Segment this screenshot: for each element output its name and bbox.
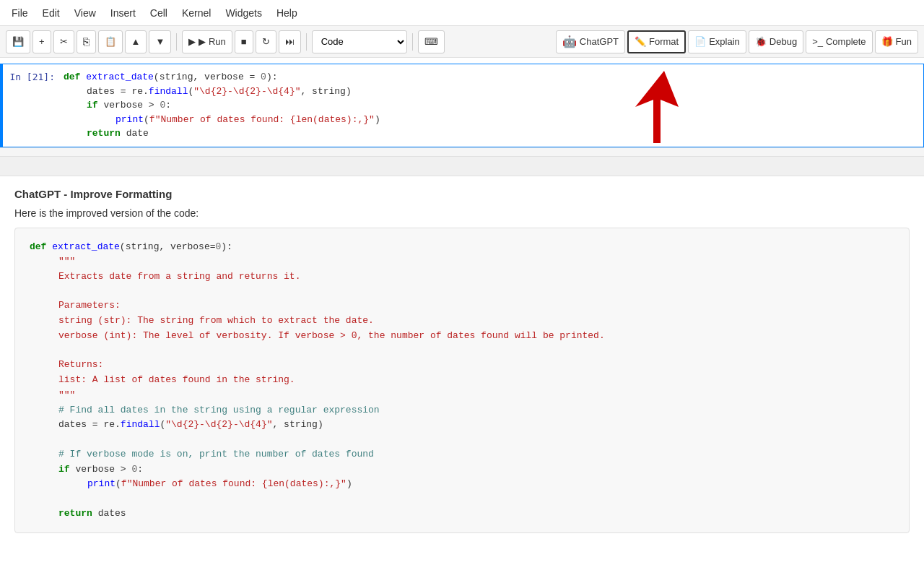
improved-line-12: # If verbose mode is on, print the numbe… [30,447,894,462]
run-icon: ▶ [188,36,196,47]
keyboard-button[interactable]: ⌨ [418,30,445,53]
chatgpt-button[interactable]: 🤖 ChatGPT [556,30,625,53]
chatgpt-label: ChatGPT [580,36,619,47]
explain-icon: 📄 [694,36,706,47]
cell-code[interactable]: def extract_date(string, verbose = 0): d… [61,64,923,147]
debug-icon: 🐞 [755,36,767,47]
copy-icon: ⎘ [83,35,90,48]
chatgpt-section-title: ChatGPT - Improve Formatting [14,188,910,200]
explain-label: Explain [709,36,740,47]
notebook: In [21]: def extract_date(string, verbos… [0,64,924,545]
menu-edit[interactable]: Edit [37,6,66,20]
fast-forward-icon: ⏭ [285,36,295,47]
complete-label: Complete [826,36,866,47]
cut-button[interactable]: ✂ [53,30,74,53]
chatgpt-code-block: def extract_date(string, verbose=0): """… [14,228,910,534]
chatgpt-section-desc: Here is the improved version of the code… [14,207,910,219]
separator-2 [306,33,307,51]
improved-line-5: string (str): The string from which to e… [30,314,894,329]
arrow-up-icon: ▲ [131,36,141,47]
separator-1 [176,33,177,51]
complete-icon: >_ [812,36,823,47]
plus-icon: + [39,36,45,47]
format-label: Format [649,36,679,47]
improved-line-14: print(f"Number of dates found: {len(date… [30,477,894,492]
improved-line-8: list: A list of dates found in the strin… [30,373,894,388]
separator-3 [412,33,413,51]
save-icon: 💾 [12,36,24,47]
improved-line-11: dates = re.findall("\d{2}-\d{2}-\d{4}", … [30,418,894,433]
paste-icon: 📋 [105,36,116,47]
menu-cell[interactable]: Cell [144,6,173,20]
fun-icon: 🎁 [881,36,893,47]
code-cell[interactable]: In [21]: def extract_date(string, verbos… [0,64,924,147]
menu-insert[interactable]: Insert [105,6,141,20]
keyboard-icon: ⌨ [424,36,438,47]
code-line-2: dates = re.findall("\d{2}-\d{2}-\d{4}", … [64,85,920,99]
code-line-5: return date [64,126,920,141]
menu-file[interactable]: File [6,6,34,20]
improved-line-3: Extracts date from a string and returns … [30,269,894,285]
improved-line-10: # Find all dates in the string using a r… [30,403,894,418]
improved-line-blank-2 [30,344,894,358]
run-label: ▶ Run [199,36,225,47]
fun-label: Fun [896,36,912,47]
code-line-1: def extract_date(string, verbose = 0): [64,70,920,85]
run-button[interactable]: ▶ ▶ Run [182,30,232,53]
improved-line-blank-1 [30,285,894,299]
cut-icon: ✂ [60,36,68,47]
improved-line-6: verbose (int): The level of verbosity. I… [30,329,894,344]
cell-scrollbar [0,147,924,156]
arrow-down-icon: ▼ [155,36,165,47]
improved-line-blank-3 [30,433,894,447]
menu-bar: File Edit View Insert Cell Kernel Widget… [0,0,924,26]
improved-line-15: return dates [30,506,894,522]
stop-button[interactable]: ■ [235,30,253,53]
complete-button[interactable]: >_ Complete [806,30,872,53]
paste-button[interactable]: 📋 [98,30,123,53]
stop-icon: ■ [241,36,247,47]
improved-line-1: def extract_date(string, verbose=0): [30,240,894,255]
code-line-4: print(f"Number of dates found: {len(date… [64,113,920,127]
toolbar: 💾 + ✂ ⎘ 📋 ▲ ▼ ▶ ▶ Run ■ ↻ ⏭ Code Markdow… [0,26,924,58]
code-line-3: if verbose > 0: [64,98,920,113]
section-gap [0,156,924,176]
restart-icon: ↻ [262,36,270,47]
add-cell-button[interactable]: + [32,30,51,53]
move-up-button[interactable]: ▲ [125,30,147,53]
debug-button[interactable]: 🐞 Debug [749,30,803,53]
explain-button[interactable]: 📄 Explain [688,30,746,53]
menu-kernel[interactable]: Kernel [176,6,217,20]
restart-button[interactable]: ↻ [256,30,276,53]
move-down-button[interactable]: ▼ [149,30,171,53]
debug-label: Debug [770,36,797,47]
fast-forward-button[interactable]: ⏭ [279,30,301,53]
improved-line-4: Parameters: [30,298,894,314]
improved-line-blank-4 [30,492,894,506]
save-button[interactable]: 💾 [6,30,30,53]
menu-view[interactable]: View [69,6,102,20]
cell-prompt: In [21]: [3,64,61,147]
chatgpt-output-section: ChatGPT - Improve Formatting Here is the… [0,176,924,545]
cell-type-select[interactable]: Code Markdown Raw NBConvert Heading [312,30,407,53]
improved-line-13: if verbose > 0: [30,462,894,478]
format-icon: ✏️ [635,36,646,47]
menu-widgets[interactable]: Widgets [219,6,268,20]
format-button[interactable]: ✏️ Format [627,30,686,53]
improved-line-7: Returns: [30,358,894,373]
copy-button[interactable]: ⎘ [77,30,96,53]
improved-line-9: """ [30,388,894,403]
chatgpt-icon: 🤖 [562,35,577,48]
fun-button[interactable]: 🎁 Fun [875,30,918,53]
improved-line-2: """ [30,254,894,269]
menu-help[interactable]: Help [271,6,303,20]
